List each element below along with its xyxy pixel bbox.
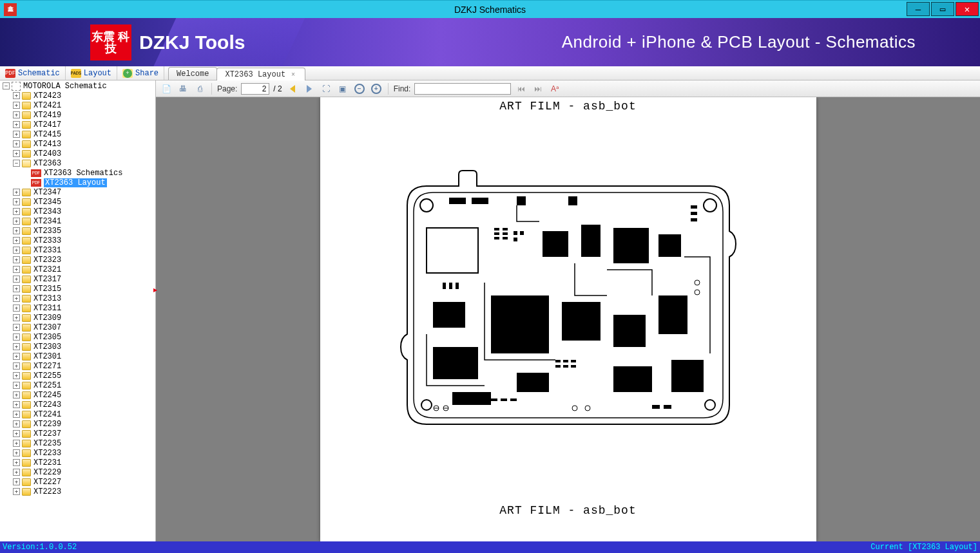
expand-icon[interactable]: + [13,208,20,215]
copy-icon[interactable]: 📄 [160,82,173,95]
tree-row[interactable]: +XT2227 [0,477,155,487]
expand-icon[interactable]: + [13,420,20,427]
zoom-in-button[interactable]: + [370,82,383,95]
expand-icon[interactable]: + [13,237,20,244]
tree-row[interactable]: +XT2343 [0,207,155,216]
find-input[interactable] [414,83,511,95]
expand-icon[interactable]: + [13,372,20,379]
tree-row[interactable]: +XT2335 [0,226,155,236]
fit-width-icon[interactable]: ⛶ [320,82,332,95]
tree-row[interactable]: +XT2421 [0,100,155,110]
canvas[interactable]: ART FILM - asb_bot [156,97,980,541]
page-input[interactable] [241,83,269,95]
close-tab-icon[interactable]: × [289,71,297,79]
close-button[interactable]: ✕ [956,2,979,16]
maximize-button[interactable]: ▭ [931,2,954,16]
expand-icon[interactable]: + [13,276,20,283]
tab-layout[interactable]: PADS Layout [66,66,117,80]
collapse-icon[interactable]: − [13,160,20,167]
expand-icon[interactable]: + [13,295,20,302]
tree-row[interactable]: +XT2255 [0,371,155,380]
tree-row[interactable]: +XT2331 [0,245,155,255]
doc-tab-welcome[interactable]: Welcome [168,67,217,80]
tree-row[interactable]: +XT2241 [0,409,155,419]
expand-icon[interactable]: + [13,305,20,312]
tree-row[interactable]: +XT2323 [0,255,155,265]
minimize-button[interactable]: — [907,2,930,16]
tree-row[interactable]: +XT2301 [0,351,155,361]
expand-icon[interactable]: + [13,382,20,389]
expand-icon[interactable]: + [13,343,20,350]
expand-icon[interactable]: + [13,102,20,109]
tree-row[interactable]: +XT2403 [0,149,155,158]
tree-row[interactable]: +XT2307 [0,323,155,332]
expand-icon[interactable]: + [13,488,20,495]
expand-icon[interactable]: + [13,411,20,418]
tree-row[interactable]: +XT2317 [0,274,155,284]
tree-row[interactable]: +XT2309 [0,313,155,323]
expand-icon[interactable]: + [13,256,20,263]
tree-row[interactable]: +XT2305 [0,332,155,342]
expand-icon[interactable]: + [13,449,20,456]
find-prev-button[interactable]: ⏮ [515,82,528,95]
tree-panel[interactable]: −MOTOROLA Schematic+XT2423+XT2421+XT2419… [0,80,156,541]
expand-icon[interactable]: + [13,440,20,447]
tree-row[interactable]: +XT2347 [0,187,155,197]
tree-row[interactable]: +XT2313 [0,294,155,303]
tree-row[interactable]: +XT2413 [0,139,155,149]
expand-icon[interactable]: + [13,111,20,118]
prev-page-button[interactable] [286,82,299,95]
tree-row[interactable]: +XT2233 [0,448,155,458]
expand-icon[interactable]: + [13,459,20,466]
tab-schematic[interactable]: PDF Schematic [0,66,66,80]
find-next-button[interactable]: ⏭ [532,82,544,95]
tree-row[interactable]: +XT2237 [0,429,155,438]
print-icon[interactable]: 🖶 [177,82,189,95]
tab-share[interactable]: + Share [117,66,164,80]
tree-row[interactable]: +XT2333 [0,236,155,245]
tree-row[interactable]: −XT2363 [0,158,155,168]
tree-row[interactable]: +XT2235 [0,438,155,448]
expand-icon[interactable]: + [13,333,20,341]
tree-row[interactable]: +XT2229 [0,467,155,477]
expand-icon[interactable]: + [13,218,20,225]
expand-icon[interactable]: + [13,266,20,273]
tree-row[interactable]: −MOTOROLA Schematic [0,81,155,91]
expand-icon[interactable]: + [13,314,20,321]
fit-page-icon[interactable]: ▣ [336,82,349,95]
expand-icon[interactable]: + [13,227,20,234]
collapse-icon[interactable]: − [3,82,10,89]
zoom-out-button[interactable]: − [353,82,366,95]
expand-icon[interactable]: + [13,469,20,476]
expand-icon[interactable]: + [13,401,20,408]
tree-row[interactable]: +XT2223 [0,487,155,496]
doc-tab-active[interactable]: XT2363 Layout × [216,68,305,80]
expand-icon[interactable]: + [13,131,20,138]
text-tool-icon[interactable]: Aᵃ [548,82,561,95]
expand-icon[interactable]: + [13,150,20,157]
export-icon[interactable]: ⎙ [193,82,206,95]
expand-icon[interactable]: + [13,430,20,437]
tree-row[interactable]: PDFXT2363 Layout [0,178,155,187]
tree-row[interactable]: +XT2251 [0,380,155,390]
expand-icon[interactable]: + [13,391,20,398]
expand-icon[interactable]: + [13,140,20,147]
expand-icon[interactable]: + [13,247,20,254]
tree-row[interactable]: +XT2419 [0,110,155,120]
tree-row[interactable]: +XT2239 [0,419,155,429]
tree-row[interactable]: PDFXT2363 Schematics [0,168,155,178]
expand-icon[interactable]: + [13,189,20,196]
next-page-button[interactable] [303,82,316,95]
tree-row[interactable]: +XT2423 [0,91,155,100]
tree-row[interactable]: +XT2231 [0,458,155,467]
tree-row[interactable]: +XT2303 [0,342,155,351]
tree-row[interactable]: +XT2271 [0,361,155,371]
expand-icon[interactable]: + [13,478,20,485]
expand-icon[interactable]: + [13,198,20,205]
tree-row[interactable]: +XT2415 [0,129,155,139]
tree-row[interactable]: +XT2245 [0,390,155,400]
expand-icon[interactable]: + [13,362,20,370]
expand-icon[interactable]: + [13,353,20,360]
tree-row[interactable]: +XT2321 [0,265,155,274]
expand-icon[interactable]: + [13,121,20,128]
